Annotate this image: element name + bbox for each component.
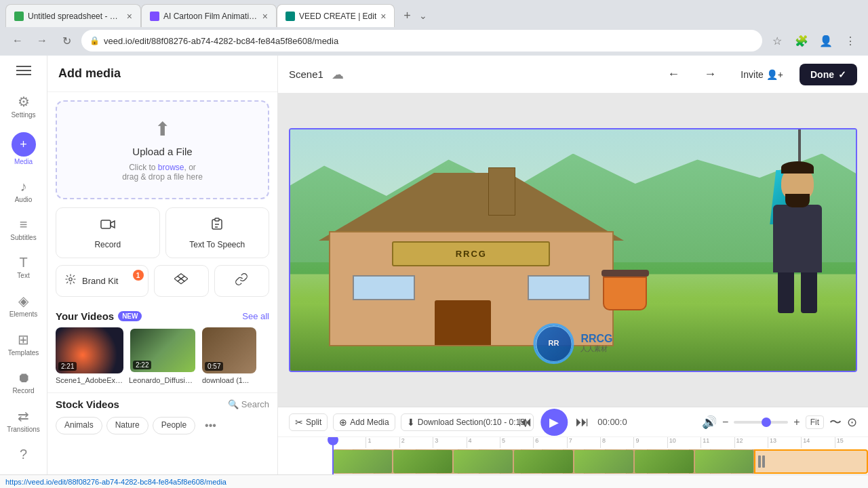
timeline-track-area: 0 1 2 3 4 5 6 7 8 9 10 11 12 13 xyxy=(278,437,868,474)
video-duration-2: 2:22 xyxy=(133,361,151,369)
add-media-icon: ⊕ xyxy=(339,417,347,428)
sidebar-item-text[interactable]: T Text xyxy=(0,249,47,285)
tts-button[interactable]: Text To Speech xyxy=(165,207,270,258)
record-button[interactable]: Record xyxy=(56,207,160,258)
menu-button[interactable]: ⋮ xyxy=(841,31,860,50)
stock-section: Stock Videos 🔍 Search Animals Nature Peo… xyxy=(47,392,277,440)
skip-forward-button[interactable]: ⏭ xyxy=(576,414,589,430)
transitions-label: Transitions xyxy=(7,426,40,433)
forward-button[interactable]: → xyxy=(33,31,52,50)
stock-header: Stock Videos 🔍 Search xyxy=(56,399,269,410)
redo-button[interactable]: → xyxy=(696,63,724,85)
done-button[interactable]: Done ✓ xyxy=(800,64,857,85)
video-item-1[interactable]: 2:21 Scene1_AdobeExpres... xyxy=(56,327,123,384)
your-videos-header: Your Videos NEW See all xyxy=(47,305,277,327)
sidebar-item-audio[interactable]: ♪ Audio xyxy=(0,174,47,209)
audio-label: Audio xyxy=(15,196,33,203)
waveform-icon[interactable]: 〜 xyxy=(829,414,842,430)
sidebar-item-help[interactable]: ? xyxy=(0,441,47,468)
search-icon: 🔍 xyxy=(228,399,239,409)
tab-close-2[interactable]: × xyxy=(262,11,268,22)
tab-spreadsheet[interactable]: Untitled spreadsheet - Goo... × xyxy=(5,4,141,27)
new-badge: NEW xyxy=(118,311,142,321)
add-media-button[interactable]: ⊕ Add Media xyxy=(333,413,395,431)
download-section-button[interactable]: ⬇ Download Section(0:10 - 0:15) xyxy=(401,413,534,431)
video-item-2[interactable]: 2:22 Leonardo_Diffusion_c... xyxy=(129,327,197,384)
tab-close-3[interactable]: × xyxy=(380,11,386,22)
fit-button[interactable]: Fit xyxy=(806,415,824,429)
brand-kit-button[interactable]: Brand Kit 1 xyxy=(56,265,149,297)
tab-veed[interactable]: VEED CREATE | Edit × xyxy=(277,4,395,27)
stock-search[interactable]: 🔍 Search xyxy=(228,399,269,409)
upload-area[interactable]: ⬆ Upload a File Click to browse, ordrag … xyxy=(56,100,269,199)
sidebar-item-elements[interactable]: ◈ Elements xyxy=(0,287,47,323)
left-panel: Add media ⬆ Upload a File Click to brows… xyxy=(47,56,278,474)
split-button[interactable]: ✂ Split xyxy=(289,413,328,431)
video-duration-3: 0:57 xyxy=(205,362,223,371)
bookmark-button[interactable]: ☆ xyxy=(768,31,787,50)
invite-button[interactable]: Invite 👤+ xyxy=(732,65,791,84)
address-bar: ← → ↻ 🔒 veed.io/edit/88f08276-ab74-4282-… xyxy=(0,27,868,56)
sidebar-item-subtitles[interactable]: ≡ Subtitles xyxy=(0,211,47,247)
play-button[interactable]: ▶ xyxy=(540,409,568,436)
dropbox-button[interactable] xyxy=(154,265,209,297)
see-all-link[interactable]: See all xyxy=(242,311,269,321)
video-item-3[interactable]: 0:57 download (1... xyxy=(202,327,256,384)
stock-tag-nature[interactable]: Nature xyxy=(106,417,149,434)
record-sidebar-icon: ⏺ xyxy=(17,370,31,386)
stock-title: Stock Videos xyxy=(56,399,119,410)
extensions-button[interactable]: 🧩 xyxy=(792,31,811,50)
sidebar-item-transitions[interactable]: ⇄ Transitions xyxy=(0,403,47,439)
help-icon: ? xyxy=(20,447,27,462)
tts-icon xyxy=(209,216,225,236)
zoom-thumb xyxy=(762,418,771,427)
stock-more-button[interactable]: ••• xyxy=(199,417,222,434)
ruler-tick-7: 7 xyxy=(567,437,600,448)
svg-rect-2 xyxy=(215,218,219,221)
zoom-in-icon[interactable]: + xyxy=(793,416,800,428)
add-user-icon: 👤+ xyxy=(766,69,783,80)
tab-add-button[interactable]: + xyxy=(397,6,416,25)
tts-label: Text To Speech xyxy=(189,240,245,249)
stock-tag-people[interactable]: People xyxy=(153,417,195,434)
undo-button[interactable]: ← xyxy=(659,63,688,85)
subtitles-icon: ≡ xyxy=(20,217,28,232)
clip-strip[interactable] xyxy=(332,449,868,474)
add-media-label: Add Media xyxy=(350,418,389,427)
browse-link[interactable]: browse xyxy=(158,163,184,172)
done-check-icon: ✓ xyxy=(838,69,846,80)
volume-icon[interactable]: 🔊 xyxy=(702,415,717,430)
fullscreen-icon[interactable]: ⊙ xyxy=(847,415,857,430)
sidebar-item-media[interactable]: + Media xyxy=(0,127,47,171)
sidebar-item-record[interactable]: ⏺ Record xyxy=(0,365,47,400)
tab-close-1[interactable]: × xyxy=(127,11,132,22)
download-icon: ⬇ xyxy=(407,417,415,428)
action-row-2: Brand Kit 1 xyxy=(47,265,277,305)
stock-tag-animals[interactable]: Animals xyxy=(56,417,102,434)
zoom-out-icon[interactable]: − xyxy=(722,416,728,428)
sidebar-item-settings[interactable]: ⚙ Settings xyxy=(0,88,47,124)
brand-label: Brand Kit xyxy=(82,276,118,286)
elements-label: Elements xyxy=(9,310,38,318)
link-icon xyxy=(235,272,248,289)
scene-label: Scene1 xyxy=(289,68,323,80)
back-button[interactable]: ← xyxy=(8,31,27,50)
video-duration-1: 2:21 xyxy=(58,362,77,371)
app: ⚙ Settings + Media ♪ Audio ≡ Subtitles T… xyxy=(0,56,868,474)
profile-button[interactable]: 👤 xyxy=(816,31,835,50)
sidebar-item-templates[interactable]: ⊞ Templates xyxy=(0,326,47,362)
url-bar[interactable]: 🔒 veed.io/edit/88f08276-ab74-4282-bc84-f… xyxy=(81,30,762,52)
videos-row: 2:21 Scene1_AdobeExpres... 2:22 Leonardo… xyxy=(47,327,277,392)
tab-overflow-button[interactable]: ⌄ xyxy=(419,10,427,21)
skip-back-button[interactable]: ⏮ xyxy=(519,414,532,430)
tab-cartoon[interactable]: AI Cartoon Film Animation - G... × xyxy=(141,4,277,27)
elements-icon: ◈ xyxy=(18,293,28,309)
refresh-button[interactable]: ↻ xyxy=(57,31,76,50)
zoom-slider[interactable] xyxy=(734,421,788,424)
menu-icon[interactable] xyxy=(14,61,33,80)
upload-icon: ⬆ xyxy=(155,118,170,140)
settings-icon: ⚙ xyxy=(18,94,30,110)
pause-bar-2 xyxy=(762,455,765,468)
ruler-tick-11: 11 xyxy=(701,437,734,448)
link-button[interactable] xyxy=(214,265,269,297)
